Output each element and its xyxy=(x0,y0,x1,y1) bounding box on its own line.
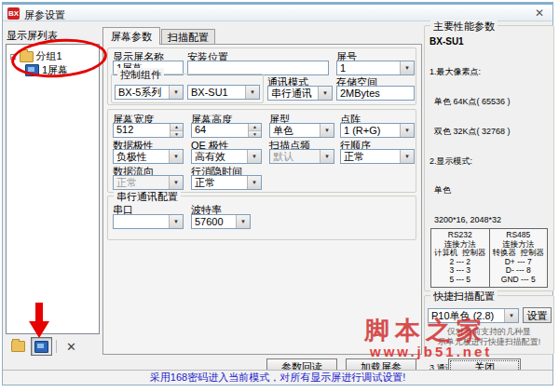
screen-list-label: 显示屏列表 xyxy=(7,29,58,43)
dropdown-arrow-icon[interactable]: ▼ xyxy=(169,86,183,99)
dropdown-arrow-icon[interactable]: ▼ xyxy=(245,86,259,99)
dropdown-arrow-icon[interactable]: ▼ xyxy=(318,87,332,100)
app-icon: BX xyxy=(7,7,20,20)
controller-model-name: BX-SU1 xyxy=(429,36,464,47)
spec-line: 单色 xyxy=(429,185,552,196)
add-group-button[interactable] xyxy=(8,338,28,355)
spinner-up-icon[interactable]: ▲ xyxy=(170,124,183,131)
dropdown-arrow-icon[interactable]: ▼ xyxy=(320,124,334,137)
performance-title: 主要性能参数 xyxy=(430,20,498,34)
serial-group-label: 串行通讯配置 xyxy=(114,190,181,204)
dropdown-arrow-icon[interactable]: ▼ xyxy=(504,309,518,322)
controller-model-select[interactable]: BX-SU1 ▼ xyxy=(187,85,260,100)
toolbar-separator xyxy=(56,340,57,353)
dropdown-arrow-icon[interactable]: ▼ xyxy=(169,150,183,163)
storage-input[interactable]: 2MBytes xyxy=(336,86,415,101)
tree-toolbar: ✕ xyxy=(6,336,100,357)
row-blanking-select[interactable]: 正常 ▼ xyxy=(191,175,262,190)
window-close-icon[interactable]: ✕ xyxy=(532,7,547,20)
watermark-text: 脚本之家 xyxy=(364,314,487,347)
folder-icon xyxy=(20,51,34,62)
screen-param-dialog: BX 屏参设置 ✕ 显示屏列表 ⊟ 分组1 1屏幕 ✕ 屏幕参数 扫描配置 显示… xyxy=(2,2,553,385)
spinner-down-icon[interactable]: ▼ xyxy=(170,131,183,138)
tree-screen-label: 1屏幕 xyxy=(42,63,68,77)
dropdown-arrow-icon[interactable]: ▼ xyxy=(400,61,414,74)
serial-port-select[interactable]: ▼ xyxy=(113,214,184,229)
window-title: 屏参设置 xyxy=(24,8,65,22)
spec-line: 双色 32K点( 32768 ) xyxy=(429,127,552,137)
dropdown-arrow-icon: ▼ xyxy=(169,176,183,189)
add-group-folder-icon xyxy=(11,341,25,352)
spec-line: 3200*16, 2048*32 xyxy=(429,215,552,225)
scan-clock-select: 默认 ▼ xyxy=(269,149,334,164)
screen-width-stepper[interactable]: 512 ▲▼ xyxy=(113,123,184,138)
dropdown-arrow-icon[interactable]: ▼ xyxy=(247,150,261,163)
tree-screen-item[interactable]: 1屏幕 xyxy=(25,63,68,77)
spec-line: 2.显示模式: xyxy=(429,156,552,167)
connection-method-table: RS232 连接方法 计算机 控制器 2 --- 2 3 --- 3 5 ---… xyxy=(430,228,548,288)
baud-rate-select[interactable]: 57600 ▼ xyxy=(191,214,251,229)
add-screen-button[interactable] xyxy=(31,337,52,356)
rs232-connection-cell: RS232 连接方法 计算机 控制器 2 --- 2 3 --- 3 5 ---… xyxy=(431,229,490,287)
spinner-down-icon[interactable]: ▼ xyxy=(249,131,261,138)
dropdown-arrow-icon: ▼ xyxy=(320,150,334,163)
delete-button[interactable]: ✕ xyxy=(63,338,79,355)
dropdown-arrow-icon[interactable]: ▼ xyxy=(400,150,414,163)
controller-series-select[interactable]: BX-5系列 ▼ xyxy=(115,85,184,100)
tab-screen-params[interactable]: 屏幕参数 xyxy=(102,27,160,45)
watermark-url: www.jb51.net xyxy=(370,344,492,359)
comm-mode-select[interactable]: 串行通讯 ▼ xyxy=(267,86,333,101)
screen-type-select[interactable]: 单色 ▼ xyxy=(269,123,334,138)
dropdown-arrow-icon[interactable]: ▼ xyxy=(400,124,414,137)
add-screen-monitor-icon xyxy=(34,341,48,353)
tab-scan-config[interactable]: 扫描配置 xyxy=(161,29,215,45)
rs485-connection-cell: RS485 连接方法 转换器 控制器 D+ --- 7 D- --- 8 GND… xyxy=(490,229,548,287)
dropdown-arrow-icon[interactable]: ▼ xyxy=(236,215,250,228)
screen-tree: ⊟ 分组1 1屏幕 xyxy=(6,44,100,334)
controller-group-label: 控制组件 xyxy=(117,68,164,82)
dropdown-arrow-icon[interactable]: ▼ xyxy=(247,176,261,189)
data-polarity-select[interactable]: 负极性 ▼ xyxy=(113,149,184,164)
titlebar: BX 屏参设置 ✕ xyxy=(3,3,552,21)
dot-matrix-select[interactable]: 1 (R+G) ▼ xyxy=(340,123,415,138)
spec-line: 1.最大像素点: xyxy=(429,67,552,77)
spinner-up-icon[interactable]: ▲ xyxy=(249,124,261,131)
quick-scan-title: 快捷扫描配置 xyxy=(430,290,498,304)
monitor-icon xyxy=(25,64,39,76)
data-direction-select: 正常 ▼ xyxy=(113,175,184,190)
tree-collapse-icon[interactable]: ⊟ xyxy=(9,52,17,61)
screen-number-select[interactable]: 1 ▼ xyxy=(336,61,415,75)
delete-icon: ✕ xyxy=(66,340,76,354)
tree-group-label: 分组1 xyxy=(36,49,62,63)
tree-group-item[interactable]: ⊟ 分组1 xyxy=(9,49,62,63)
spec-line: 单色 64K点( 65536 ) xyxy=(429,97,552,107)
screen-height-stepper[interactable]: 64 ▲▼ xyxy=(191,123,262,138)
quick-scan-settings-button[interactable]: 设置 xyxy=(523,307,552,323)
row-order-select[interactable]: 正常 ▼ xyxy=(340,149,415,164)
oe-polarity-select[interactable]: 高有效 ▼ xyxy=(191,149,262,164)
status-bar: 采用168密码进入当前模式，对所有显示屏进行调试设置! xyxy=(3,370,552,385)
dropdown-arrow-icon[interactable]: ▼ xyxy=(169,215,183,228)
